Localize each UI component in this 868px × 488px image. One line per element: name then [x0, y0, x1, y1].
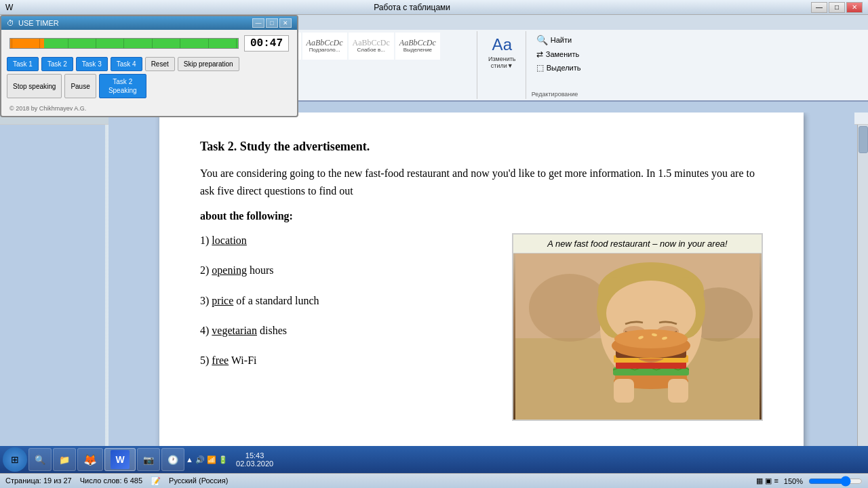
- minimize-button[interactable]: —: [811, 2, 827, 13]
- timer-minimize[interactable]: —: [252, 18, 264, 28]
- zoom-slider[interactable]: [808, 476, 863, 486]
- taskbar-search[interactable]: 🔍: [28, 448, 52, 471]
- word-icon-box: W: [111, 450, 130, 469]
- timer-close[interactable]: ✕: [279, 18, 292, 28]
- taskbar-firefox[interactable]: 🦊: [77, 448, 103, 471]
- vertical-scrollbar[interactable]: [857, 125, 868, 446]
- system-tray: ▲ 🔊 📶 🔋 15:43 02.03.2020: [186, 451, 279, 468]
- style-vydelenie[interactable]: AaBbCcDc Выделение: [395, 33, 440, 60]
- task3-button[interactable]: Task 3: [76, 57, 108, 71]
- body-paragraph: You are considering going to the new fas…: [200, 165, 763, 199]
- start-button[interactable]: ⊞: [3, 447, 27, 472]
- close-button[interactable]: ✕: [846, 2, 863, 13]
- task-title: Task 2. Study the advertisement.: [200, 140, 763, 154]
- timer-display: 00:47: [244, 35, 289, 52]
- document-page: Task 2. Study the advertisement. You are…: [159, 113, 804, 473]
- style-podzag[interactable]: AaBbCcDc Подзаголо...: [302, 33, 347, 60]
- taskbar-word[interactable]: W: [104, 448, 136, 471]
- list-item-3-text: price: [212, 295, 233, 306]
- section-label-editing: Редактирование: [532, 91, 578, 98]
- task2-speaking-button[interactable]: Task 2Speaking: [99, 74, 146, 98]
- advertisement-image: A new fast food restaurant – now in your…: [512, 233, 763, 421]
- select-icon: ⬚: [536, 63, 544, 73]
- task2-button[interactable]: Task 2: [41, 57, 73, 71]
- page-info: Страница: 19 из 27: [5, 476, 72, 486]
- replace-icon: ⇄: [536, 49, 543, 59]
- list-item-1-text: location: [212, 235, 247, 246]
- taskbar-explorer[interactable]: 📁: [53, 448, 76, 471]
- list-item-5: 5) free Wi-Fi: [200, 353, 498, 368]
- stop-speaking-button[interactable]: Stop speaking: [7, 74, 62, 98]
- restore-button[interactable]: □: [829, 2, 845, 13]
- taskbar: ⊞ 🔍 📁 🦊 W 📷 🕐 ▲ 🔊 📶 🔋 15:43 02.03.2020: [0, 446, 868, 473]
- taskbar-clock-app[interactable]: 🕐: [161, 448, 184, 471]
- clock: 15:43 02.03.2020: [231, 451, 279, 468]
- task1-button[interactable]: Task 1: [7, 57, 39, 71]
- pause-button[interactable]: Pause: [64, 74, 96, 98]
- scrollbar-thumb[interactable]: [859, 126, 868, 153]
- svg-rect-22: [614, 379, 634, 403]
- ad-header: A new fast food restaurant – now in your…: [513, 235, 762, 253]
- list-item-3: 3) price of a standard lunch: [200, 293, 498, 308]
- list-item-2: 2) opening hours: [200, 263, 498, 278]
- progress-track: [9, 38, 239, 49]
- select-button[interactable]: ⬚ Выделить: [532, 61, 586, 75]
- timer-restore[interactable]: □: [266, 18, 278, 28]
- timer-copyright: © 2018 by Chikhmayev A.G.: [1, 104, 297, 116]
- left-panel: [0, 125, 105, 446]
- body-paragraph2: about the following:: [200, 207, 763, 225]
- clock-date: 02.03.2020: [236, 460, 273, 468]
- list-item-5-text: free: [212, 354, 229, 366]
- taskbar-camera[interactable]: 📷: [137, 448, 160, 471]
- search-icon: 🔍: [536, 35, 548, 45]
- list-item-1: 1) location: [200, 233, 498, 248]
- spelling-icon: 📝: [151, 476, 161, 486]
- svg-point-18: [614, 329, 688, 348]
- skip-preparation-button[interactable]: Skip preparation: [178, 57, 239, 71]
- window-title: Работа с таблицами: [13, 3, 811, 12]
- task4-button[interactable]: Task 4: [111, 57, 142, 71]
- style-slaboe[interactable]: AaBbCcDc Слабое в...: [349, 33, 394, 60]
- list-item-4-text: vegetarian: [212, 325, 257, 336]
- tick-marks: [10, 39, 238, 48]
- list-item-4: 4) vegetarian dishes: [200, 323, 498, 338]
- find-button[interactable]: 🔍 Найти: [532, 33, 586, 47]
- reset-button[interactable]: Reset: [145, 57, 175, 71]
- burger-image-svg: [513, 253, 762, 420]
- change-styles-button[interactable]: Аа Изменитьстили▼: [483, 33, 521, 72]
- timer-icon: ⏱: [7, 19, 14, 27]
- status-bar: Страница: 19 из 27 Число слов: 6 485 📝 Р…: [0, 473, 868, 488]
- change-styles-icon: Аа: [492, 35, 512, 54]
- tray-icons: ▲ 🔊 📶 🔋: [186, 455, 228, 464]
- replace-button[interactable]: ⇄ Заменить: [532, 47, 586, 61]
- svg-rect-23: [668, 379, 688, 403]
- timer-panel: ⏱ USE TIMER — □ ✕: [0, 15, 298, 117]
- view-icons: ▦ ▣ ≡: [756, 476, 778, 485]
- word-count: Число слов: 6 485: [80, 476, 142, 486]
- word-icon: W: [5, 3, 13, 12]
- language: Русский (Россия): [169, 476, 228, 486]
- zoom-level: 150%: [784, 477, 803, 485]
- list-item-2-text: opening: [212, 264, 247, 276]
- timer-title: USE TIMER: [18, 19, 59, 27]
- clock-time: 15:43: [236, 451, 273, 460]
